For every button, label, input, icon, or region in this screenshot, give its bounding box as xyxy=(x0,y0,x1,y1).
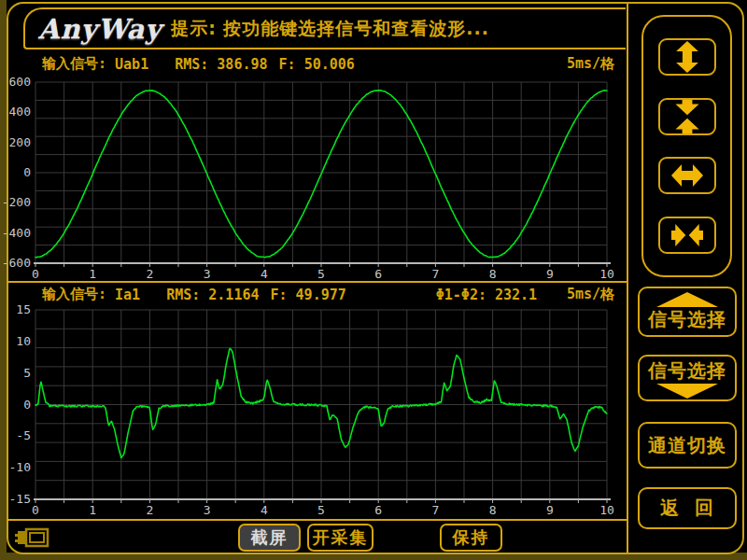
expand-horizontal-icon xyxy=(669,160,706,191)
svg-text:0: 0 xyxy=(23,398,31,412)
screenshot-button[interactable]: 截屏 xyxy=(238,524,301,552)
back-label-left: 返 xyxy=(660,496,680,521)
y-axis-labels: 6004002000-200-400-600 xyxy=(2,75,31,270)
back-button[interactable]: 返 回 xyxy=(638,487,737,529)
scale-button-group xyxy=(641,15,732,277)
svg-text:5: 5 xyxy=(23,366,31,380)
svg-text:-400: -400 xyxy=(2,226,31,240)
prompt-text: 提示: 按功能键选择信号和查看波形... xyxy=(171,17,489,41)
svg-text:5: 5 xyxy=(317,267,325,281)
svg-text:0: 0 xyxy=(23,165,31,179)
svg-text:9: 9 xyxy=(546,267,554,281)
svg-text:0: 0 xyxy=(32,503,39,517)
svg-text:600: 600 xyxy=(9,75,31,89)
svg-text:9: 9 xyxy=(546,503,554,517)
svg-text:8: 8 xyxy=(489,503,497,517)
compress-vertical-icon xyxy=(670,98,704,135)
title-bar: AnyWay 提示: 按功能键选择信号和查看波形... xyxy=(23,7,626,49)
compress-vertical-button[interactable] xyxy=(658,98,716,135)
svg-text:6: 6 xyxy=(374,267,382,281)
triangle-up-icon xyxy=(656,292,718,307)
expand-vertical-icon xyxy=(671,38,703,76)
svg-text:1: 1 xyxy=(89,267,96,281)
svg-text:10: 10 xyxy=(599,503,614,517)
svg-text:3: 3 xyxy=(204,503,211,517)
x-axis-labels: 012345678910 xyxy=(32,503,614,517)
svg-text:10: 10 xyxy=(599,267,614,281)
expand-horizontal-button[interactable] xyxy=(658,157,716,194)
y-axis-labels: 151050-5-10-15 xyxy=(9,302,31,506)
x-axis-labels: 012345678910 xyxy=(32,267,614,281)
svg-text:-5: -5 xyxy=(16,428,31,442)
signal-select-up-label: 信号选择 xyxy=(648,307,726,332)
signal-select-up-button[interactable]: 信号选择 xyxy=(638,287,737,337)
svg-text:1: 1 xyxy=(89,503,96,517)
voltage-waveform-chart: 0123456789106004002000-200-400-600 xyxy=(0,51,627,281)
svg-text:400: 400 xyxy=(9,105,31,119)
svg-text:-600: -600 xyxy=(2,256,31,270)
hold-button[interactable]: 保持 xyxy=(440,524,502,552)
channel-switch-button[interactable]: 通道切换 xyxy=(638,422,737,469)
battery-icon xyxy=(14,526,49,549)
triangle-down-icon xyxy=(656,384,718,399)
svg-text:0: 0 xyxy=(32,267,39,281)
svg-text:7: 7 xyxy=(431,503,439,517)
svg-text:5: 5 xyxy=(317,503,325,517)
svg-text:10: 10 xyxy=(16,334,31,348)
bottom-bar-divider xyxy=(7,519,627,521)
start-capture-button[interactable]: 开采集 xyxy=(307,524,374,552)
svg-text:-200: -200 xyxy=(2,195,31,209)
svg-text:15: 15 xyxy=(16,302,31,316)
svg-text:2: 2 xyxy=(146,503,153,517)
svg-text:200: 200 xyxy=(9,135,31,149)
channel-switch-label: 通道切换 xyxy=(648,433,726,458)
brand-logo: AnyWay xyxy=(38,13,162,45)
back-label-right: 回 xyxy=(695,496,714,521)
signal-select-down-button[interactable]: 信号选择 xyxy=(638,355,737,401)
svg-text:2: 2 xyxy=(146,267,153,281)
svg-text:-10: -10 xyxy=(9,460,31,474)
svg-text:4: 4 xyxy=(261,503,268,517)
current-waveform-chart: 012345678910151050-5-10-15 xyxy=(0,281,627,519)
compress-horizontal-icon xyxy=(669,219,706,251)
svg-text:6: 6 xyxy=(374,503,382,517)
svg-text:-15: -15 xyxy=(9,492,31,506)
compress-horizontal-button[interactable] xyxy=(658,217,716,254)
svg-text:4: 4 xyxy=(261,267,268,281)
signal-select-down-label: 信号选择 xyxy=(648,358,726,384)
expand-vertical-button[interactable] xyxy=(658,38,716,76)
svg-text:8: 8 xyxy=(489,267,497,281)
svg-text:7: 7 xyxy=(431,267,439,281)
oscilloscope-screen: AnyWay 提示: 按功能键选择信号和查看波形... 输入信号: Uab1 R… xyxy=(0,0,747,560)
svg-text:3: 3 xyxy=(204,267,211,281)
